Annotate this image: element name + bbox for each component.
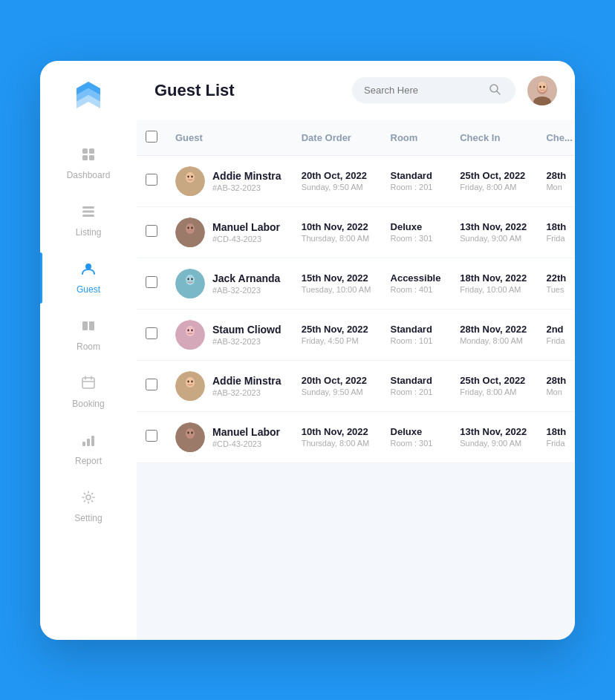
checkin-primary: 28th Nov, 2022 (460, 324, 528, 335)
table-row: Jack Arnanda #AB-32-2023 15th Nov, 2022 … (137, 258, 575, 309)
svg-point-48 (191, 329, 192, 331)
guest-avatar (175, 166, 205, 196)
checkout-secondary: Frida (546, 234, 573, 243)
page-title: Guest List (154, 81, 340, 100)
svg-rect-4 (89, 148, 94, 154)
guest-table-container: Guest Date Order Room Check In Che... (137, 120, 575, 640)
room-number: Room : 301 (391, 439, 443, 448)
svg-point-57 (187, 431, 189, 434)
svg-line-22 (497, 91, 500, 94)
date-order-secondary: Sunday, 9:50 AM (302, 387, 373, 396)
svg-point-45 (186, 326, 195, 336)
svg-point-37 (187, 226, 189, 229)
user-avatar[interactable] (527, 76, 557, 105)
date-order-cell: 25th Nov, 2022 Friday, 4:50 PM (293, 309, 382, 360)
guest-avatar (175, 320, 205, 350)
room-type: Standard (391, 375, 443, 386)
table-row: Addie Minstra #AB-32-2023 20th Oct, 2022… (137, 155, 575, 206)
row-checkbox[interactable] (146, 430, 157, 442)
guest-avatar (175, 217, 205, 247)
room-number: Room : 401 (391, 285, 443, 294)
table-row: Addie Minstra #AB-32-2023 20th Oct, 2022… (137, 360, 575, 411)
sidebar-item-room[interactable]: Room (40, 310, 137, 361)
dashboard-icon (81, 147, 96, 166)
checkout-secondary: Frida (546, 336, 573, 345)
checkout-primary: 28th (546, 375, 573, 386)
sidebar-item-booking[interactable]: Booking (40, 367, 137, 418)
svg-rect-7 (82, 206, 94, 209)
search-input[interactable] (364, 85, 483, 96)
room-cell: Deluxe Room : 301 (382, 206, 452, 258)
svg-rect-6 (89, 155, 94, 160)
col-date-order: Date Order (293, 120, 382, 156)
svg-rect-11 (82, 321, 88, 330)
sidebar-item-listing[interactable]: Listing (40, 195, 137, 246)
guest-table: Guest Date Order Room Check In Che... (137, 120, 575, 463)
guest-cell: Addie Minstra #AB-32-2023 (166, 360, 293, 411)
row-checkbox-cell (137, 309, 166, 360)
guest-cell: Addie Minstra #AB-32-2023 (166, 155, 293, 206)
checkout-secondary: Mon (546, 387, 573, 396)
date-order-primary: 20th Oct, 2022 (302, 375, 373, 386)
row-checkbox[interactable] (146, 379, 157, 390)
date-order-primary: 25th Nov, 2022 (302, 324, 373, 335)
row-checkbox[interactable] (146, 327, 157, 339)
table-header-row: Guest Date Order Room Check In Che... (137, 120, 575, 156)
room-cell: Standard Room : 201 (382, 155, 452, 206)
row-checkbox[interactable] (146, 225, 157, 237)
svg-point-33 (191, 175, 192, 177)
svg-point-20 (86, 495, 91, 500)
svg-point-30 (186, 172, 195, 183)
date-order-secondary: Thursday, 8:00 AM (302, 439, 373, 448)
col-guest: Guest (166, 120, 293, 156)
checkin-secondary: Sunday, 9:00 AM (460, 234, 528, 243)
table-row: Manuel Labor #CD-43-2023 10th Nov, 2022 … (137, 206, 575, 258)
svg-point-58 (191, 431, 192, 434)
svg-point-10 (85, 264, 91, 269)
setting-label: Setting (74, 513, 102, 523)
svg-point-40 (186, 275, 195, 285)
guest-avatar (175, 371, 205, 401)
row-checkbox-cell (137, 258, 166, 309)
room-type: Deluxe (391, 221, 443, 232)
sidebar-item-report[interactable]: Report (40, 424, 137, 475)
checkout-cell: 2nd Frida (537, 309, 575, 360)
sidebar-item-guest[interactable]: Guest (40, 252, 137, 304)
svg-point-28 (543, 85, 544, 88)
guest-id: #AB-32-2023 (212, 183, 282, 192)
date-order-cell: 15th Nov, 2022 Tuesday, 10:00 AM (293, 258, 382, 309)
select-all-checkbox[interactable] (146, 131, 157, 143)
report-icon (81, 433, 96, 451)
checkout-cell: 28th Mon (537, 155, 575, 206)
svg-rect-3 (82, 148, 88, 154)
room-number: Room : 201 (391, 387, 443, 396)
col-room: Room (382, 120, 452, 156)
report-label: Report (75, 456, 102, 466)
checkin-cell: 25th Oct, 2022 Friday, 8:00 AM (451, 360, 537, 411)
row-checkbox[interactable] (146, 174, 157, 186)
row-checkbox[interactable] (146, 276, 157, 288)
checkin-cell: 18th Nov, 2022 Friday, 10:00 AM (451, 258, 537, 309)
svg-point-47 (187, 329, 189, 331)
room-type: Deluxe (391, 426, 443, 437)
svg-point-43 (191, 278, 192, 280)
sidebar-item-dashboard[interactable]: Dashboard (40, 138, 137, 189)
date-order-primary: 20th Oct, 2022 (302, 170, 373, 181)
date-order-primary: 15th Nov, 2022 (302, 272, 373, 284)
top-bar: Guest List (137, 61, 575, 120)
date-order-cell: 20th Oct, 2022 Sunday, 9:50 AM (293, 155, 382, 206)
table-row: Staum Cliowd #AB-32-2023 25th Nov, 2022 … (137, 309, 575, 360)
checkin-primary: 13th Nov, 2022 (460, 426, 528, 437)
date-order-secondary: Thursday, 8:00 AM (302, 234, 373, 243)
guest-name: Addie Minstra (212, 375, 282, 387)
checkin-primary: 13th Nov, 2022 (460, 221, 528, 232)
svg-point-55 (186, 428, 195, 439)
sidebar-item-setting[interactable]: Setting (40, 481, 137, 532)
checkin-secondary: Friday, 8:00 AM (460, 183, 528, 192)
checkout-secondary: Frida (546, 439, 573, 448)
date-order-secondary: Sunday, 9:50 AM (302, 183, 373, 192)
sidebar-nav: Dashboard Listing (40, 138, 137, 532)
svg-point-52 (187, 380, 189, 382)
app-container: Dashboard Listing (40, 61, 575, 640)
checkout-cell: 18th Frida (537, 411, 575, 462)
